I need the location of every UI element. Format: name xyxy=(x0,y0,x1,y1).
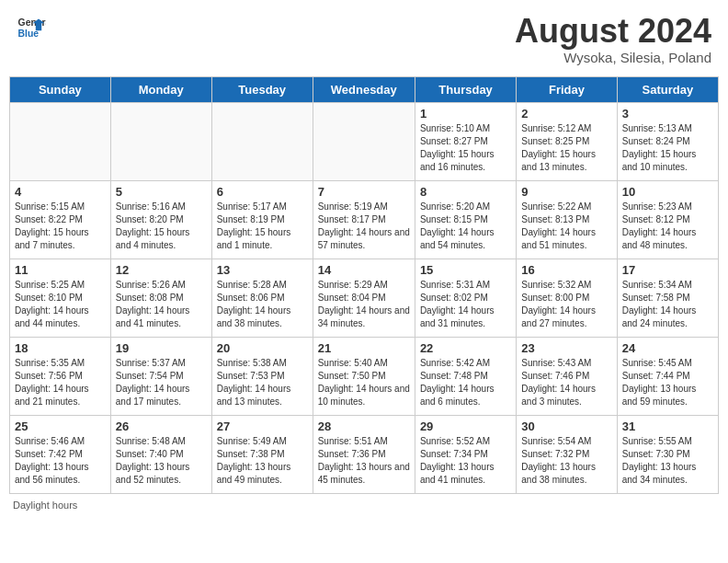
daylight-hours-label: Daylight hours xyxy=(13,500,77,511)
calendar-table: Sunday Monday Tuesday Wednesday Thursday… xyxy=(9,76,719,494)
table-row: 13Sunrise: 5:28 AM Sunset: 8:06 PM Dayli… xyxy=(211,259,313,337)
day-number: 30 xyxy=(521,419,611,433)
table-row: 7Sunrise: 5:19 AM Sunset: 8:17 PM Daylig… xyxy=(313,180,415,259)
table-row xyxy=(110,102,211,180)
footer: Daylight hours xyxy=(9,500,719,511)
day-info: Sunrise: 5:15 AM Sunset: 8:22 PM Dayligh… xyxy=(15,201,106,252)
table-row: 27Sunrise: 5:49 AM Sunset: 7:38 PM Dayli… xyxy=(211,415,313,493)
day-number: 23 xyxy=(521,341,611,355)
table-row: 14Sunrise: 5:29 AM Sunset: 8:04 PM Dayli… xyxy=(313,259,415,337)
day-number: 25 xyxy=(15,419,106,433)
table-row xyxy=(313,102,415,180)
day-info: Sunrise: 5:12 AM Sunset: 8:25 PM Dayligh… xyxy=(521,122,611,174)
header-wednesday: Wednesday xyxy=(313,76,415,102)
day-info: Sunrise: 5:28 AM Sunset: 8:06 PM Dayligh… xyxy=(217,279,308,330)
day-info: Sunrise: 5:51 AM Sunset: 7:36 PM Dayligh… xyxy=(318,435,410,487)
location-subtitle: Wysoka, Silesia, Poland xyxy=(515,50,711,65)
header-sunday: Sunday xyxy=(10,76,111,102)
table-row: 28Sunrise: 5:51 AM Sunset: 7:36 PM Dayli… xyxy=(313,415,415,493)
calendar-week-row: 4Sunrise: 5:15 AM Sunset: 8:22 PM Daylig… xyxy=(10,180,719,259)
day-info: Sunrise: 5:10 AM Sunset: 8:27 PM Dayligh… xyxy=(420,122,511,174)
day-number: 31 xyxy=(622,419,713,433)
day-number: 7 xyxy=(318,185,410,199)
table-row: 3Sunrise: 5:13 AM Sunset: 8:24 PM Daylig… xyxy=(617,102,718,180)
day-info: Sunrise: 5:25 AM Sunset: 8:10 PM Dayligh… xyxy=(15,279,106,330)
day-number: 15 xyxy=(420,263,511,277)
calendar-week-row: 11Sunrise: 5:25 AM Sunset: 8:10 PM Dayli… xyxy=(10,259,719,337)
day-number: 17 xyxy=(622,263,713,277)
table-row: 22Sunrise: 5:42 AM Sunset: 7:48 PM Dayli… xyxy=(415,337,516,415)
table-row: 18Sunrise: 5:35 AM Sunset: 7:56 PM Dayli… xyxy=(10,337,111,415)
day-info: Sunrise: 5:35 AM Sunset: 7:56 PM Dayligh… xyxy=(15,357,106,408)
day-info: Sunrise: 5:19 AM Sunset: 8:17 PM Dayligh… xyxy=(318,201,410,252)
day-number: 9 xyxy=(521,185,611,199)
day-number: 4 xyxy=(15,185,106,199)
table-row: 23Sunrise: 5:43 AM Sunset: 7:46 PM Dayli… xyxy=(517,337,617,415)
table-row: 6Sunrise: 5:17 AM Sunset: 8:19 PM Daylig… xyxy=(211,180,313,259)
calendar-week-row: 1Sunrise: 5:10 AM Sunset: 8:27 PM Daylig… xyxy=(10,102,719,180)
day-info: Sunrise: 5:29 AM Sunset: 8:04 PM Dayligh… xyxy=(318,279,410,330)
day-info: Sunrise: 5:26 AM Sunset: 8:08 PM Dayligh… xyxy=(116,279,207,330)
day-info: Sunrise: 5:49 AM Sunset: 7:38 PM Dayligh… xyxy=(217,435,308,487)
day-info: Sunrise: 5:31 AM Sunset: 8:02 PM Dayligh… xyxy=(420,279,511,330)
table-row: 31Sunrise: 5:55 AM Sunset: 7:30 PM Dayli… xyxy=(617,415,718,493)
table-row: 10Sunrise: 5:23 AM Sunset: 8:12 PM Dayli… xyxy=(617,180,718,259)
day-info: Sunrise: 5:34 AM Sunset: 7:58 PM Dayligh… xyxy=(622,279,713,330)
day-number: 28 xyxy=(318,419,410,433)
logo: General Blue xyxy=(17,13,46,42)
day-number: 27 xyxy=(217,419,308,433)
header-thursday: Thursday xyxy=(415,76,516,102)
calendar-week-row: 18Sunrise: 5:35 AM Sunset: 7:56 PM Dayli… xyxy=(10,337,719,415)
day-info: Sunrise: 5:20 AM Sunset: 8:15 PM Dayligh… xyxy=(420,201,511,252)
day-info: Sunrise: 5:40 AM Sunset: 7:50 PM Dayligh… xyxy=(318,357,410,408)
header-monday: Monday xyxy=(110,76,211,102)
header-tuesday: Tuesday xyxy=(211,76,313,102)
day-info: Sunrise: 5:38 AM Sunset: 7:53 PM Dayligh… xyxy=(217,357,308,408)
day-info: Sunrise: 5:17 AM Sunset: 8:19 PM Dayligh… xyxy=(217,201,308,252)
day-info: Sunrise: 5:22 AM Sunset: 8:13 PM Dayligh… xyxy=(521,201,611,252)
day-number: 21 xyxy=(318,341,410,355)
day-number: 22 xyxy=(420,341,511,355)
day-number: 26 xyxy=(116,419,207,433)
day-info: Sunrise: 5:13 AM Sunset: 8:24 PM Dayligh… xyxy=(622,122,713,174)
day-number: 14 xyxy=(318,263,410,277)
table-row: 8Sunrise: 5:20 AM Sunset: 8:15 PM Daylig… xyxy=(415,180,516,259)
month-year-title: August 2024 xyxy=(515,13,711,50)
table-row: 24Sunrise: 5:45 AM Sunset: 7:44 PM Dayli… xyxy=(617,337,718,415)
table-row: 25Sunrise: 5:46 AM Sunset: 7:42 PM Dayli… xyxy=(10,415,111,493)
day-number: 13 xyxy=(217,263,308,277)
table-row: 21Sunrise: 5:40 AM Sunset: 7:50 PM Dayli… xyxy=(313,337,415,415)
day-info: Sunrise: 5:54 AM Sunset: 7:32 PM Dayligh… xyxy=(521,435,611,487)
day-info: Sunrise: 5:55 AM Sunset: 7:30 PM Dayligh… xyxy=(622,435,713,487)
calendar-header-row: Sunday Monday Tuesday Wednesday Thursday… xyxy=(10,76,719,102)
table-row: 12Sunrise: 5:26 AM Sunset: 8:08 PM Dayli… xyxy=(110,259,211,337)
day-number: 8 xyxy=(420,185,511,199)
table-row: 5Sunrise: 5:16 AM Sunset: 8:20 PM Daylig… xyxy=(110,180,211,259)
table-row: 26Sunrise: 5:48 AM Sunset: 7:40 PM Dayli… xyxy=(110,415,211,493)
day-info: Sunrise: 5:45 AM Sunset: 7:44 PM Dayligh… xyxy=(622,357,713,408)
table-row: 9Sunrise: 5:22 AM Sunset: 8:13 PM Daylig… xyxy=(517,180,617,259)
day-info: Sunrise: 5:48 AM Sunset: 7:40 PM Dayligh… xyxy=(116,435,207,487)
day-number: 6 xyxy=(217,185,308,199)
day-info: Sunrise: 5:23 AM Sunset: 8:12 PM Dayligh… xyxy=(622,201,713,252)
day-number: 29 xyxy=(420,419,511,433)
day-number: 18 xyxy=(15,341,106,355)
header-friday: Friday xyxy=(517,76,617,102)
logo-icon: General Blue xyxy=(17,13,46,42)
day-number: 20 xyxy=(217,341,308,355)
day-number: 24 xyxy=(622,341,713,355)
day-number: 11 xyxy=(15,263,106,277)
day-number: 1 xyxy=(420,107,511,121)
day-info: Sunrise: 5:46 AM Sunset: 7:42 PM Dayligh… xyxy=(15,435,106,487)
day-number: 19 xyxy=(116,341,207,355)
day-number: 12 xyxy=(116,263,207,277)
title-block: August 2024 Wysoka, Silesia, Poland xyxy=(515,13,711,65)
day-number: 2 xyxy=(521,107,611,121)
table-row: 16Sunrise: 5:32 AM Sunset: 8:00 PM Dayli… xyxy=(517,259,617,337)
header-saturday: Saturday xyxy=(617,76,718,102)
day-info: Sunrise: 5:32 AM Sunset: 8:00 PM Dayligh… xyxy=(521,279,611,330)
day-number: 3 xyxy=(622,107,713,121)
day-info: Sunrise: 5:16 AM Sunset: 8:20 PM Dayligh… xyxy=(116,201,207,252)
table-row: 29Sunrise: 5:52 AM Sunset: 7:34 PM Dayli… xyxy=(415,415,516,493)
table-row xyxy=(10,102,111,180)
